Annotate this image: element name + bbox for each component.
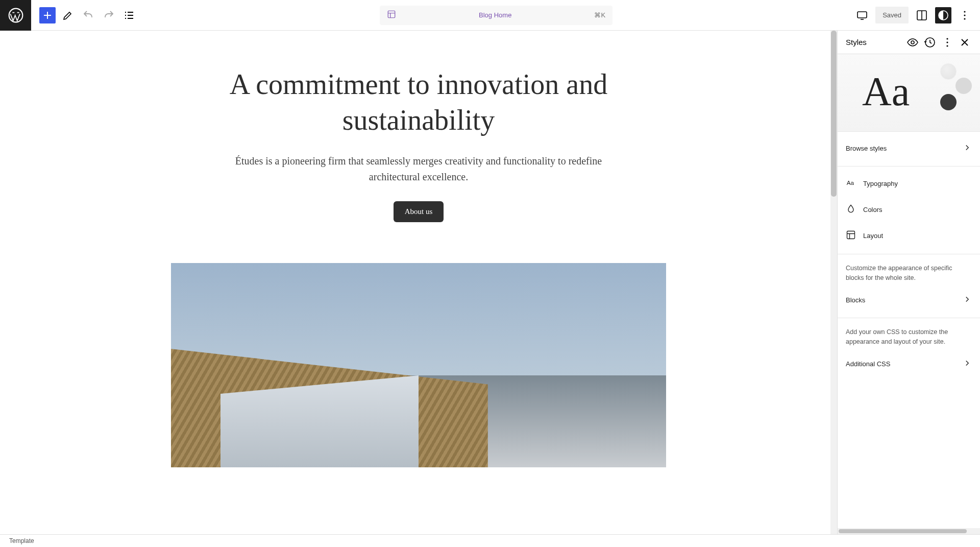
sidebar-title: Styles <box>846 38 902 46</box>
block-inserter-button[interactable] <box>39 7 56 23</box>
eye-icon <box>906 36 919 49</box>
viewport-icon <box>856 9 868 21</box>
color-swatch-dark <box>940 94 957 110</box>
hero-description[interactable]: Études is a pioneering firm that seamles… <box>235 153 602 185</box>
layout-icon <box>387 10 396 21</box>
footer-status: Template <box>9 537 34 544</box>
tools-button[interactable] <box>60 7 76 23</box>
colors-label: Colors <box>863 206 883 213</box>
browse-styles-label: Browse styles <box>846 145 887 152</box>
color-swatch-mid <box>955 78 972 94</box>
undo-icon <box>82 9 94 21</box>
styles-button[interactable] <box>935 7 951 23</box>
canvas-vertical-scrollbar[interactable] <box>830 31 837 534</box>
wordpress-icon <box>8 7 24 23</box>
hero-image-block[interactable] <box>171 263 666 467</box>
document-breadcrumb[interactable]: Blog Home ⌘K <box>380 6 612 25</box>
more-icon <box>941 36 953 49</box>
plus-icon <box>41 9 54 21</box>
undo-button[interactable] <box>80 7 96 23</box>
chevron-right-icon <box>963 295 972 305</box>
style-book-button[interactable] <box>905 35 920 50</box>
chevron-right-icon <box>963 143 972 154</box>
redo-button[interactable] <box>101 7 117 23</box>
top-toolbar: Blog Home ⌘K Saved <box>0 0 980 31</box>
drop-icon <box>846 204 856 216</box>
styles-icon <box>937 9 949 21</box>
layout-row[interactable]: Layout <box>838 223 980 249</box>
scrollbar-thumb[interactable] <box>839 529 967 533</box>
options-button[interactable] <box>957 7 973 23</box>
viewport-button[interactable] <box>854 7 870 23</box>
toolbar-right: Saved <box>847 7 980 23</box>
styles-actions-button[interactable] <box>940 35 954 50</box>
blocks-row[interactable]: Blocks <box>838 288 980 313</box>
css-description: Add your own CSS to customize the appear… <box>838 318 980 351</box>
browse-styles-row[interactable]: Browse styles <box>838 136 980 161</box>
breadcrumb-shortcut: ⌘K <box>594 11 605 19</box>
sidebar-header: Styles <box>838 31 980 54</box>
history-icon <box>924 36 936 49</box>
styles-preview-card[interactable]: Aa <box>838 54 980 132</box>
redo-icon <box>103 9 115 21</box>
styles-sidebar: Styles Aa Browse styles Typography Color… <box>837 31 980 534</box>
close-sidebar-button[interactable] <box>958 35 972 50</box>
colors-row[interactable]: Colors <box>838 197 980 223</box>
typography-label: Typography <box>863 180 898 187</box>
hero-title[interactable]: A commitment to innovation and sustainab… <box>171 66 666 138</box>
list-view-button[interactable] <box>121 7 137 23</box>
sidebar-horizontal-scrollbar[interactable] <box>838 528 980 534</box>
layout-label: Layout <box>863 232 883 240</box>
color-swatch-light <box>940 63 957 80</box>
settings-button[interactable] <box>914 7 930 23</box>
breadcrumb-title: Blog Home <box>401 11 589 19</box>
wp-logo-button[interactable] <box>0 0 31 31</box>
breadcrumb-bar: Blog Home ⌘K <box>145 6 847 25</box>
layout-icon <box>846 230 856 242</box>
typography-row[interactable]: Typography <box>838 171 980 197</box>
toolbar-left <box>31 7 145 23</box>
list-view-icon <box>123 9 135 21</box>
canvas[interactable]: A commitment to innovation and sustainab… <box>123 31 714 467</box>
additional-css-row[interactable]: Additional CSS <box>838 351 980 376</box>
canvas-wrap: A commitment to innovation and sustainab… <box>0 31 837 534</box>
additional-css-label: Additional CSS <box>846 360 890 368</box>
settings-icon <box>916 9 928 21</box>
blocks-description: Customize the appearance of specific blo… <box>838 254 980 288</box>
footer-bar: Template <box>0 534 980 547</box>
about-us-button[interactable]: About us <box>394 201 444 222</box>
revisions-button[interactable] <box>923 35 937 50</box>
close-icon <box>959 36 971 49</box>
more-icon <box>959 9 971 21</box>
scrollbar-thumb[interactable] <box>831 31 837 197</box>
canvas-scroll[interactable]: A commitment to innovation and sustainab… <box>0 31 837 534</box>
blocks-label: Blocks <box>846 296 865 304</box>
pencil-icon <box>62 9 74 21</box>
preview-typography-sample: Aa <box>862 68 910 115</box>
typography-icon <box>846 178 856 189</box>
saved-button[interactable]: Saved <box>875 7 909 23</box>
chevron-right-icon <box>963 359 972 369</box>
workspace: A commitment to innovation and sustainab… <box>0 31 980 534</box>
